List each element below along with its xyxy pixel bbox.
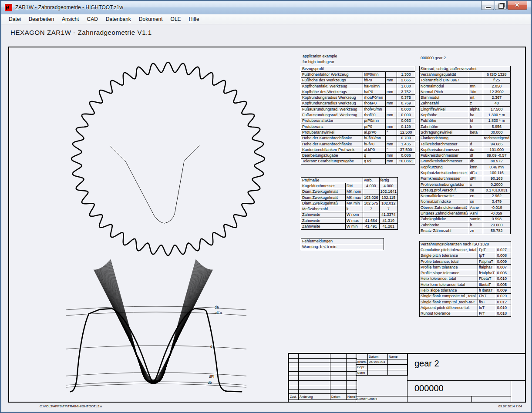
table-cell: 2.962 <box>483 193 511 199</box>
table-cell <box>386 83 397 89</box>
page-title: HEXAGON ZAR1W - Zahnradgeometrie V1.1 <box>10 29 152 36</box>
table-cell: Toleranzfeld DIN 3967 <box>420 77 469 83</box>
table-row: Fußhöhe des WerkzeugshfP0mm2.665 <box>301 77 415 83</box>
menu-item-datei[interactable]: Datei <box>5 15 25 24</box>
note-line-1: application example for high tooth gear <box>303 54 337 65</box>
table-row: Zahnkopfdickesamin0.598 <box>420 216 511 222</box>
menu-item-cad[interactable]: CAD <box>83 15 101 24</box>
table-cell: Formkreisdurchmesser <box>420 176 469 181</box>
table-cell: 5.956 <box>483 124 511 129</box>
table-cell: 2.665 <box>397 77 415 83</box>
revision-cell <box>330 376 347 380</box>
table-cell: 89.09 -0.57 <box>483 153 511 158</box>
table-cell: 0.009 <box>496 259 511 264</box>
table-cell: 102.115 <box>379 195 398 200</box>
bezugsprofil-table: BezugsprofilFußhöhenfaktor WerkzeughfP0/… <box>301 66 415 165</box>
signature-cell <box>388 359 408 365</box>
table-cell: 0.063 <box>397 118 415 124</box>
table-cell: haP0 <box>363 89 386 95</box>
revision-cell <box>330 380 347 385</box>
table-cell <box>469 135 483 141</box>
table-cell: Normallückenweite <box>420 193 469 199</box>
table-cell: 0.000 <box>397 112 415 118</box>
table-cell: fertig <box>379 178 398 183</box>
table-cell: 0.2000 <box>483 181 511 187</box>
table-cell: -0.019 <box>483 205 511 211</box>
menu-item-datenbank[interactable]: Datenbank <box>102 15 135 24</box>
table-cell: Profile form tolerance <box>420 265 478 270</box>
table-cell: 0.375 <box>397 95 415 101</box>
table-cell: db <box>469 158 483 164</box>
table-cell <box>363 189 380 195</box>
table-row: Profile slope tolerancefHalphaT0.006 <box>420 270 511 276</box>
table-cell <box>469 72 483 77</box>
revision-cell <box>289 367 299 372</box>
table-cell: Single flank comp.tol.,tooth-to-t. <box>420 299 478 305</box>
table-cell: Oberes Zahndickenabmaß <box>420 205 469 211</box>
table-row: Normal Pitch1/in12.3902 <box>420 89 511 95</box>
menu-item-ansicht[interactable]: Ansicht <box>58 15 83 24</box>
diameter-label-dFa: dFa <box>215 311 222 315</box>
table-row: Normalzahndickesn3.479 <box>420 199 511 205</box>
revision-cell <box>299 354 330 359</box>
revision-cell <box>330 389 347 393</box>
table-cell: ° <box>386 130 397 135</box>
drawing-sheet: dadFaddFfdb application example for high… <box>8 47 526 403</box>
table-row: Unteres ZahndickenabmaßAsni-0.059 <box>420 211 511 216</box>
title-block-side-cell <box>511 380 526 403</box>
window-title: ZAR1W - Zahnradgeometrie - HIGHTOOT.z1w <box>15 4 123 10</box>
table-row: Warnung: b < b min. <box>301 244 384 250</box>
table-row: Profile tolerance, totalFalphaT0.009 <box>420 259 511 264</box>
table-cell: 30.000 <box>483 130 511 135</box>
revision-cell <box>347 367 357 372</box>
revision-cell <box>289 372 299 376</box>
table-cell: hFfP0/mn <box>363 135 386 141</box>
signature-cell: Name <box>388 354 408 359</box>
table-row: Stirnmodulmt2.367 <box>420 95 511 101</box>
minimize-button[interactable] <box>481 1 494 10</box>
diameter-label-dFf: dFf <box>209 374 215 379</box>
table-cell: mm <box>386 141 397 147</box>
menu-item-bearbeiten[interactable]: Bearbeiten <box>25 15 58 24</box>
table-cell: Adjacent pitch difference tol. <box>420 305 478 311</box>
note-text: for high tooth gear <box>303 59 337 65</box>
table-cell: d <box>469 141 483 147</box>
title-block: Zust.ÄnderungDatumName DatumNameBearb.05… <box>288 353 525 402</box>
table-cell: 41.491 <box>363 224 380 229</box>
table-cell: df <box>469 153 483 158</box>
table-cell: 0.598 <box>483 216 511 222</box>
table-cell: hfP0 <box>363 77 386 83</box>
table-cell: 23.000 <box>483 222 511 228</box>
restore-button[interactable] <box>495 1 507 10</box>
table-cell: Erzeug.prof.versch.f. <box>420 188 469 193</box>
table-row: Kopfkürzungkmn0.46 mn <box>420 165 511 170</box>
revision-cell <box>330 363 347 367</box>
close-button[interactable]: ✕ <box>507 1 527 10</box>
diameter-label-db: db <box>208 380 212 385</box>
menu-item-ole[interactable]: OLE <box>167 15 185 24</box>
table-row: ProtuberanzprP0mm0.129 <box>301 124 415 129</box>
table-row: Verzahnungsqualität6 ISO 1328 <box>420 72 511 77</box>
table-cell: Höhe der Kantenbrechflanke <box>301 135 363 141</box>
table-cell: rhofP0 <box>363 112 386 118</box>
menu-item-dokument[interactable]: Dokument <box>135 15 167 24</box>
revision-header-cell: Zust. <box>289 393 299 400</box>
table-cell: Normalmodul <box>420 83 469 89</box>
table-cell: da <box>469 147 483 153</box>
table-cell: 0.46 mn <box>483 165 511 170</box>
table-cell: Kopfnutzkreisdurchmesser <box>420 170 469 176</box>
table-cell: W min <box>346 224 363 229</box>
table-cell: samin <box>469 216 483 222</box>
revision-cell <box>289 376 299 380</box>
menu-item-hilfe[interactable]: Hilfe <box>185 15 203 24</box>
table-cell: k <box>346 206 363 212</box>
iso-tolerances-table: Verzahnungstoleranzen nach ISO 1328Cumul… <box>419 241 511 317</box>
signature-cell: 05/19/1994 <box>368 359 388 365</box>
table-cell: 1/in <box>469 89 483 95</box>
table-cell: 0.005 <box>496 282 511 288</box>
table-cell: 0.170±0.031 <box>483 188 511 193</box>
table-cell: Normal Pitch <box>420 89 469 95</box>
table-row: Profilverschiebungsfaktorx0.2000 <box>420 181 511 187</box>
table-cell: 0.018 <box>496 311 511 316</box>
app-window: ZAR1W - Zahnradgeometrie - HIGHTOOT.z1w … <box>0 0 532 413</box>
